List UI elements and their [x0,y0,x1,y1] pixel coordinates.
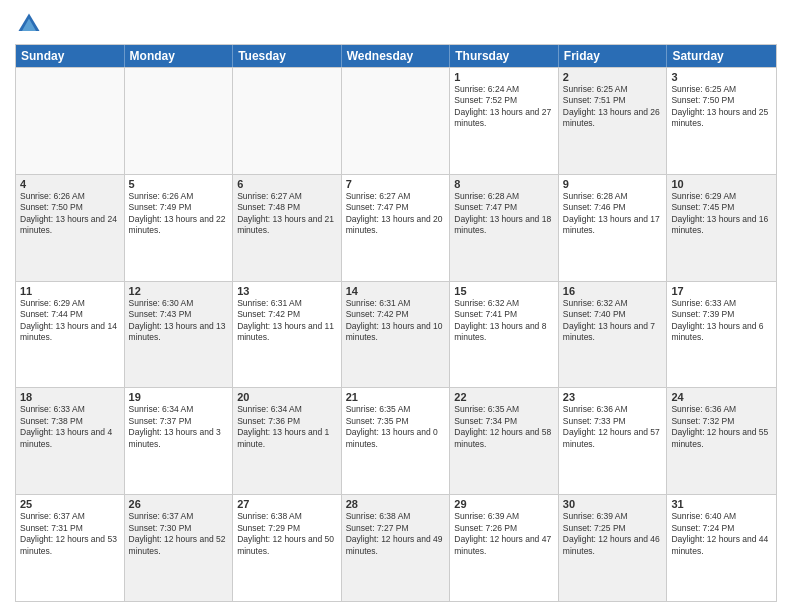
calendar-cell: 27Sunrise: 6:38 AM Sunset: 7:29 PM Dayli… [233,495,342,601]
calendar-cell: 17Sunrise: 6:33 AM Sunset: 7:39 PM Dayli… [667,282,776,388]
day-number: 28 [346,498,446,510]
day-number: 22 [454,391,554,403]
calendar-cell: 20Sunrise: 6:34 AM Sunset: 7:36 PM Dayli… [233,388,342,494]
calendar-cell: 14Sunrise: 6:31 AM Sunset: 7:42 PM Dayli… [342,282,451,388]
calendar-cell: 30Sunrise: 6:39 AM Sunset: 7:25 PM Dayli… [559,495,668,601]
cell-info: Sunrise: 6:31 AM Sunset: 7:42 PM Dayligh… [346,298,446,344]
cell-info: Sunrise: 6:25 AM Sunset: 7:50 PM Dayligh… [671,84,772,130]
cell-info: Sunrise: 6:26 AM Sunset: 7:49 PM Dayligh… [129,191,229,237]
header-cell-thursday: Thursday [450,45,559,67]
calendar-header: SundayMondayTuesdayWednesdayThursdayFrid… [16,45,776,67]
day-number: 8 [454,178,554,190]
day-number: 19 [129,391,229,403]
calendar-cell [342,68,451,174]
calendar-cell: 6Sunrise: 6:27 AM Sunset: 7:48 PM Daylig… [233,175,342,281]
day-number: 1 [454,71,554,83]
cell-info: Sunrise: 6:37 AM Sunset: 7:30 PM Dayligh… [129,511,229,557]
calendar-cell: 4Sunrise: 6:26 AM Sunset: 7:50 PM Daylig… [16,175,125,281]
cell-info: Sunrise: 6:25 AM Sunset: 7:51 PM Dayligh… [563,84,663,130]
calendar-cell: 3Sunrise: 6:25 AM Sunset: 7:50 PM Daylig… [667,68,776,174]
calendar-row-1: 4Sunrise: 6:26 AM Sunset: 7:50 PM Daylig… [16,174,776,281]
cell-info: Sunrise: 6:27 AM Sunset: 7:47 PM Dayligh… [346,191,446,237]
day-number: 13 [237,285,337,297]
cell-info: Sunrise: 6:30 AM Sunset: 7:43 PM Dayligh… [129,298,229,344]
cell-info: Sunrise: 6:29 AM Sunset: 7:44 PM Dayligh… [20,298,120,344]
cell-info: Sunrise: 6:38 AM Sunset: 7:29 PM Dayligh… [237,511,337,557]
calendar-cell [125,68,234,174]
day-number: 3 [671,71,772,83]
cell-info: Sunrise: 6:31 AM Sunset: 7:42 PM Dayligh… [237,298,337,344]
logo-icon [15,10,43,38]
day-number: 17 [671,285,772,297]
day-number: 21 [346,391,446,403]
calendar-row-3: 18Sunrise: 6:33 AM Sunset: 7:38 PM Dayli… [16,387,776,494]
calendar-cell: 8Sunrise: 6:28 AM Sunset: 7:47 PM Daylig… [450,175,559,281]
page: SundayMondayTuesdayWednesdayThursdayFrid… [0,0,792,612]
cell-info: Sunrise: 6:28 AM Sunset: 7:46 PM Dayligh… [563,191,663,237]
day-number: 6 [237,178,337,190]
cell-info: Sunrise: 6:32 AM Sunset: 7:41 PM Dayligh… [454,298,554,344]
cell-info: Sunrise: 6:32 AM Sunset: 7:40 PM Dayligh… [563,298,663,344]
cell-info: Sunrise: 6:34 AM Sunset: 7:36 PM Dayligh… [237,404,337,450]
calendar-cell: 22Sunrise: 6:35 AM Sunset: 7:34 PM Dayli… [450,388,559,494]
cell-info: Sunrise: 6:27 AM Sunset: 7:48 PM Dayligh… [237,191,337,237]
header-cell-friday: Friday [559,45,668,67]
calendar-cell: 29Sunrise: 6:39 AM Sunset: 7:26 PM Dayli… [450,495,559,601]
logo [15,10,47,38]
cell-info: Sunrise: 6:33 AM Sunset: 7:39 PM Dayligh… [671,298,772,344]
calendar-cell: 28Sunrise: 6:38 AM Sunset: 7:27 PM Dayli… [342,495,451,601]
calendar-cell: 13Sunrise: 6:31 AM Sunset: 7:42 PM Dayli… [233,282,342,388]
calendar-cell [233,68,342,174]
cell-info: Sunrise: 6:36 AM Sunset: 7:32 PM Dayligh… [671,404,772,450]
day-number: 30 [563,498,663,510]
header-cell-wednesday: Wednesday [342,45,451,67]
calendar-row-4: 25Sunrise: 6:37 AM Sunset: 7:31 PM Dayli… [16,494,776,601]
calendar-cell: 16Sunrise: 6:32 AM Sunset: 7:40 PM Dayli… [559,282,668,388]
day-number: 15 [454,285,554,297]
header-cell-tuesday: Tuesday [233,45,342,67]
day-number: 4 [20,178,120,190]
calendar: SundayMondayTuesdayWednesdayThursdayFrid… [15,44,777,602]
day-number: 10 [671,178,772,190]
day-number: 7 [346,178,446,190]
cell-info: Sunrise: 6:35 AM Sunset: 7:34 PM Dayligh… [454,404,554,450]
day-number: 31 [671,498,772,510]
cell-info: Sunrise: 6:39 AM Sunset: 7:25 PM Dayligh… [563,511,663,557]
calendar-cell: 11Sunrise: 6:29 AM Sunset: 7:44 PM Dayli… [16,282,125,388]
calendar-cell [16,68,125,174]
cell-info: Sunrise: 6:36 AM Sunset: 7:33 PM Dayligh… [563,404,663,450]
day-number: 14 [346,285,446,297]
day-number: 23 [563,391,663,403]
calendar-cell: 19Sunrise: 6:34 AM Sunset: 7:37 PM Dayli… [125,388,234,494]
cell-info: Sunrise: 6:37 AM Sunset: 7:31 PM Dayligh… [20,511,120,557]
header [15,10,777,38]
cell-info: Sunrise: 6:28 AM Sunset: 7:47 PM Dayligh… [454,191,554,237]
calendar-row-0: 1Sunrise: 6:24 AM Sunset: 7:52 PM Daylig… [16,67,776,174]
cell-info: Sunrise: 6:35 AM Sunset: 7:35 PM Dayligh… [346,404,446,450]
calendar-cell: 12Sunrise: 6:30 AM Sunset: 7:43 PM Dayli… [125,282,234,388]
calendar-cell: 15Sunrise: 6:32 AM Sunset: 7:41 PM Dayli… [450,282,559,388]
calendar-cell: 9Sunrise: 6:28 AM Sunset: 7:46 PM Daylig… [559,175,668,281]
cell-info: Sunrise: 6:33 AM Sunset: 7:38 PM Dayligh… [20,404,120,450]
calendar-cell: 7Sunrise: 6:27 AM Sunset: 7:47 PM Daylig… [342,175,451,281]
day-number: 12 [129,285,229,297]
day-number: 25 [20,498,120,510]
calendar-cell: 26Sunrise: 6:37 AM Sunset: 7:30 PM Dayli… [125,495,234,601]
calendar-cell: 2Sunrise: 6:25 AM Sunset: 7:51 PM Daylig… [559,68,668,174]
cell-info: Sunrise: 6:29 AM Sunset: 7:45 PM Dayligh… [671,191,772,237]
calendar-cell: 1Sunrise: 6:24 AM Sunset: 7:52 PM Daylig… [450,68,559,174]
day-number: 26 [129,498,229,510]
calendar-body: 1Sunrise: 6:24 AM Sunset: 7:52 PM Daylig… [16,67,776,601]
calendar-cell: 25Sunrise: 6:37 AM Sunset: 7:31 PM Dayli… [16,495,125,601]
calendar-row-2: 11Sunrise: 6:29 AM Sunset: 7:44 PM Dayli… [16,281,776,388]
day-number: 16 [563,285,663,297]
calendar-cell: 31Sunrise: 6:40 AM Sunset: 7:24 PM Dayli… [667,495,776,601]
cell-info: Sunrise: 6:34 AM Sunset: 7:37 PM Dayligh… [129,404,229,450]
cell-info: Sunrise: 6:39 AM Sunset: 7:26 PM Dayligh… [454,511,554,557]
calendar-cell: 24Sunrise: 6:36 AM Sunset: 7:32 PM Dayli… [667,388,776,494]
day-number: 29 [454,498,554,510]
day-number: 5 [129,178,229,190]
day-number: 27 [237,498,337,510]
header-cell-monday: Monday [125,45,234,67]
calendar-cell: 10Sunrise: 6:29 AM Sunset: 7:45 PM Dayli… [667,175,776,281]
